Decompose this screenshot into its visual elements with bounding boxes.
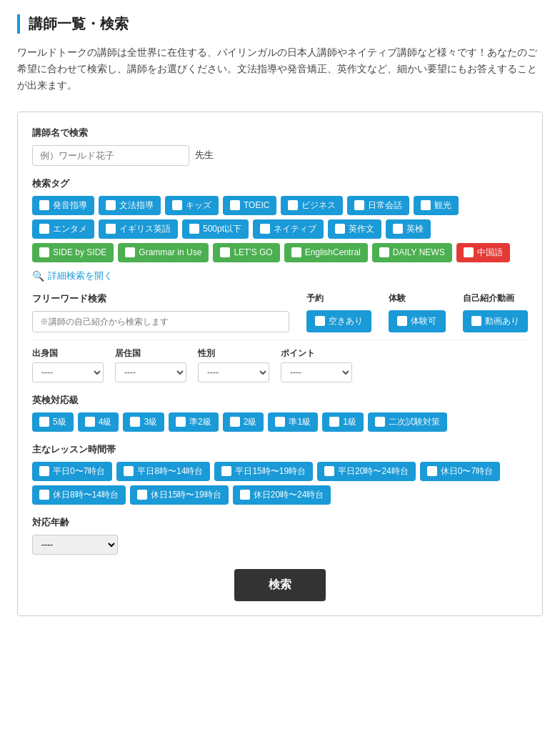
tag-checkbox [275,417,285,427]
jikoshokai-label: 自己紹介動画 [463,292,528,305]
yoyaku-label: 予約 [306,292,371,305]
tag-button[interactable]: 準2級 [169,412,219,432]
tag-button[interactable]: 準1級 [268,412,318,432]
jikoshokai-checkbox [471,316,481,326]
tag-checkbox [85,417,95,427]
tag-checkbox [106,200,116,210]
tag-checkbox [464,247,474,257]
taiken-label: 体験 [389,292,446,305]
tag-button[interactable]: 英検 [386,219,431,239]
tag-button[interactable]: TOEIC [223,196,276,215]
eiken-section: 英検対応級 5級4級3級準2級2級準1級1級二次試験対策 [32,394,528,432]
tag-button[interactable]: 発音指導 [32,196,94,215]
tag-button[interactable]: キッズ [165,196,219,215]
tag-checkbox [421,200,431,210]
name-search-label: 講師名で検索 [32,127,528,139]
kyojyu-select[interactable]: ---- [115,362,186,382]
tag-button[interactable]: 平日8時〜14時台 [116,462,210,481]
search-box: 講師名で検索 先生 検索タグ 発音指導文法指導キッズTOEICビジネス日常会話観… [17,112,543,616]
tag-checkbox [240,490,250,500]
tag-checkbox [379,247,389,257]
yoyaku-button[interactable]: 空きあり [306,310,371,332]
detail-toggle-label: 詳細検索を開く [48,269,113,282]
tag-button[interactable]: 二次試験対策 [368,412,447,432]
tag-button[interactable]: 観光 [414,196,459,215]
shusshin-label: 出身国 [32,347,104,360]
tag-button[interactable]: SIDE by SIDE [32,243,114,262]
tag-button[interactable]: ネイティブ [253,219,324,239]
seibetsu-select[interactable]: ---- [198,362,269,382]
tag-checkbox [335,224,345,234]
tag-button[interactable]: 2級 [223,412,264,432]
points-select[interactable]: ---- [281,362,352,382]
tag-button[interactable]: 平日0〜7時台 [32,462,112,481]
tag-button[interactable]: 3級 [123,412,164,432]
jikoshokai-col: 自己紹介動画 動画あり [463,292,528,332]
tag-checkbox [39,200,49,210]
tag-button[interactable]: 英作文 [328,219,381,239]
tag-button[interactable]: 平日20時〜24時台 [317,462,416,481]
freeword-input[interactable] [32,311,289,332]
tag-checkbox [221,466,231,476]
tag-button[interactable]: 日常会話 [347,196,409,215]
tag-checkbox [39,224,49,234]
tag-checkbox [39,466,49,476]
search-button[interactable]: 検索 [234,569,326,601]
name-search-input[interactable] [32,145,189,166]
time-row-1: 平日0〜7時台平日8時〜14時台平日15時〜19時台平日20時〜24時台休日0〜… [32,462,528,481]
sensei-suffix: 先生 [195,149,214,162]
shusshin-col: 出身国 ---- [32,347,104,382]
tag-button[interactable]: 休日15時〜19時台 [130,485,229,505]
tag-button[interactable]: 休日20時〜24時台 [233,485,331,505]
tag-checkbox [189,224,199,234]
tag-button[interactable]: 休日0〜7時台 [420,462,500,481]
eiken-row: 5級4級3級準2級2級準1級1級二次試験対策 [32,412,528,432]
tag-button[interactable]: 500pt以下 [182,219,249,239]
taiken-button[interactable]: 体験可 [389,310,446,332]
seibetsu-col: 性別 ---- [198,347,269,382]
tags-row-1: 発音指導文法指導キッズTOEICビジネス日常会話観光 [32,196,528,215]
tag-button[interactable]: 休日8時〜14時台 [32,485,126,505]
tag-checkbox [125,247,135,257]
jikoshokai-button[interactable]: 動画あり [463,310,528,332]
tag-checkbox [329,417,339,427]
freeword-col: フリーワード検索 [32,292,289,332]
tag-checkbox [288,200,298,210]
tag-button[interactable]: Grammar in Use [118,243,209,262]
tag-button[interactable]: 4級 [78,412,119,432]
tags-row-2: エンタメイギリス英語500pt以下ネイティブ英作文英検 [32,219,528,239]
shusshin-select[interactable]: ---- [32,362,104,382]
tag-button[interactable]: LET'S GO [213,243,279,262]
detail-search-toggle[interactable]: 🔍 詳細検索を開く [32,269,528,282]
tag-button[interactable]: 平日15時〜19時台 [214,462,313,481]
eiken-label: 英検対応級 [32,394,528,407]
seibetsu-label: 性別 [198,347,269,360]
tag-button[interactable]: エンタメ [32,219,94,239]
tag-button[interactable]: ビジネス [281,196,343,215]
tag-button[interactable]: 5級 [32,412,74,432]
tag-button[interactable]: 1級 [322,412,364,432]
kyojyu-col: 居住国 ---- [115,347,186,382]
tag-button[interactable]: DAILY NEWS [372,243,452,262]
tag-checkbox [39,417,49,427]
tag-button[interactable]: 中国語 [456,243,510,262]
points-label: ポイント [281,347,352,360]
page-description: ワールドトークの講師は全世界に在住する、バイリンガルの日本人講師やネイティブ講師… [17,45,543,94]
tags-section: 検索タグ 発音指導文法指導キッズTOEICビジネス日常会話観光 エンタメイギリス… [32,177,528,262]
tag-checkbox [124,466,134,476]
page-title-container: 講師一覧・検索 [17,14,543,34]
tag-checkbox [393,224,403,234]
yoyaku-col: 予約 空きあり [306,292,371,332]
tag-checkbox [220,247,230,257]
tag-button[interactable]: イギリス英語 [99,219,178,239]
search-button-row: 検索 [32,569,528,601]
tag-button[interactable]: 文法指導 [99,196,161,215]
taiken-col: 体験 体験可 [389,292,446,332]
kyojyu-label: 居住国 [115,347,186,360]
selects-row: 出身国 ---- 居住国 ---- 性別 ---- ポイント ---- [32,347,528,382]
taiken-checkbox [397,316,407,326]
freeword-row: フリーワード検索 予約 空きあり 体験 体験可 自己紹介動画 動画あり [32,292,528,332]
tag-checkbox [324,466,334,476]
age-select[interactable]: ---- [32,535,118,555]
tag-button[interactable]: EnglishCentral [284,243,368,262]
